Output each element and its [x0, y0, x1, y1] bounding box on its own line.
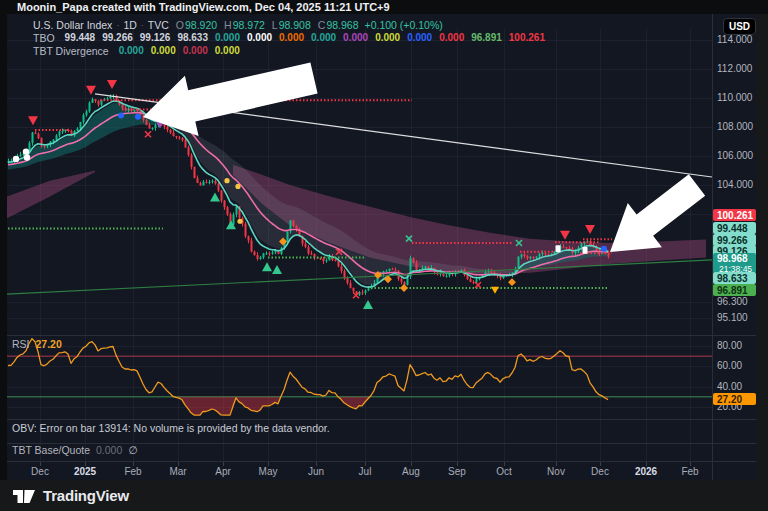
time-tick-label: 2025 — [74, 466, 97, 477]
price-badge-label: 98.633 — [717, 273, 748, 284]
sell-triangle-icon — [107, 80, 117, 89]
yellow-dot-icon — [237, 219, 242, 224]
time-tick-label: Dec — [591, 466, 609, 477]
price-tick-label: 60.00 — [717, 360, 742, 371]
attribution-text: Moonin_Papa created with TradingView.com… — [17, 1, 390, 13]
rsi-value: 27.20 — [36, 338, 62, 350]
tbt-base-quote-row[interactable]: TBT Base/Quote0.000∅ — [12, 444, 137, 456]
sell-triangle-icon — [585, 225, 595, 234]
tbt-divergence-legend-row[interactable]: TBT Divergence 0.0000.0000.0000.000 — [33, 44, 545, 57]
white-dot-icon — [23, 148, 29, 154]
left-strip — [0, 14, 7, 480]
legend-value: 100.261 — [509, 32, 545, 43]
legend-value: 96.891 — [471, 32, 502, 43]
rsi-pane — [7, 339, 712, 416]
legend-value: 0.000 — [215, 45, 240, 56]
buy-triangle-icon — [272, 265, 282, 274]
legend-value: 0.000 — [247, 32, 272, 43]
obv-error-row[interactable]: OBV: Error on bar 13914: No volume is pr… — [12, 422, 330, 434]
white-dot-icon — [24, 154, 30, 160]
tradingview-logo-icon — [12, 485, 36, 505]
tbt-base-quote-value: 0.000 — [96, 444, 122, 456]
blue-dot-icon — [135, 114, 141, 120]
symbol-title: U.S. Dollar Index — [33, 19, 112, 31]
attribution-bar: Moonin_Papa created with TradingView.com… — [0, 0, 768, 14]
price-badge-label: 27.20 — [717, 394, 742, 405]
price-chart-canvas[interactable]: 114.000112.000110.000108.000106.000104.0… — [7, 14, 756, 480]
price-tick-label: 96.300 — [717, 296, 748, 307]
time-tick-label: 2026 — [635, 466, 658, 477]
time-tick-label: Aug — [402, 466, 420, 477]
sell-triangle-icon — [86, 86, 96, 95]
tbt-base-quote-label: TBT Base/Quote — [12, 444, 90, 456]
time-tick-label: Nov — [547, 466, 565, 477]
price-tick-label: 112.000 — [717, 63, 753, 74]
price-badge-label: 99.266 — [717, 235, 748, 246]
price-badge-label: 98.968 — [717, 253, 748, 264]
symbol-legend-row[interactable]: U.S. Dollar Index · 1D · TVC O 98.920 H … — [33, 18, 545, 31]
tbt-base-quote-suffix: ∅ — [128, 444, 137, 456]
chart-area[interactable]: 114.000112.000110.000108.000106.000104.0… — [7, 14, 756, 480]
white-dot-icon — [13, 156, 19, 162]
time-tick-label: Jul — [359, 466, 372, 477]
price-tick-label: 114.000 — [717, 34, 753, 45]
close-label: C — [318, 19, 326, 31]
price-badge-label: 99.448 — [717, 223, 748, 234]
close-value: 98.968 — [326, 19, 358, 31]
legend-value: 99.126 — [140, 32, 171, 43]
buy-triangle-icon — [363, 300, 373, 309]
legend-value: 0.000 — [375, 32, 400, 43]
sell-triangle-icon — [560, 231, 570, 240]
tradingview-chart-snapshot: Moonin_Papa created with TradingView.com… — [0, 0, 768, 511]
orange-diamond-icon — [400, 284, 408, 292]
legend-value: 99.266 — [102, 32, 133, 43]
high-label: H — [224, 19, 232, 31]
symbol-interval: 1D — [123, 19, 136, 31]
high-value: 98.972 — [233, 19, 265, 31]
blue-dot-icon — [601, 246, 607, 252]
currency-button[interactable]: USD — [723, 18, 756, 35]
legend-value: 0.000 — [183, 45, 208, 56]
price-tick-label: 40.00 — [717, 381, 742, 392]
yellow-triangle-icon — [491, 287, 499, 294]
white-arrow-icon — [143, 62, 318, 136]
legend-value: 0.000 — [119, 45, 144, 56]
orange-diamond-icon — [508, 278, 516, 286]
tradingview-logo[interactable]: TradingView — [12, 485, 129, 505]
legend-value: 0.000 — [279, 32, 304, 43]
price-badge-label: 100.261 — [717, 210, 754, 221]
price-axis[interactable]: 114.000112.000110.000108.000106.000104.0… — [713, 34, 756, 412]
price-tick-label: 95.100 — [717, 312, 748, 323]
legend-value: 0.000 — [311, 32, 336, 43]
time-tick-label: Sep — [448, 466, 466, 477]
yellow-dot-icon — [235, 184, 240, 189]
price-tick-label: 80.00 — [717, 340, 742, 351]
price-tick-label: 106.000 — [717, 150, 754, 161]
time-tick-label: Apr — [215, 466, 231, 477]
legend-value: 0.000 — [151, 45, 176, 56]
white-flag-icon — [583, 247, 588, 254]
price-badge-label: 96.891 — [717, 285, 748, 296]
time-axis[interactable]: Dec2025FebMarAprMayJunJulAugSepOctNovDec… — [31, 462, 699, 477]
price-tick-label: 104.000 — [717, 179, 754, 190]
legend-value: 0.000 — [343, 32, 368, 43]
footer-bar: TradingView — [0, 480, 768, 511]
time-tick-label: Oct — [496, 466, 512, 477]
tbo-legend-row[interactable]: TBO 99.44899.26699.12698.6330.0000.0000.… — [33, 31, 545, 44]
rsi-label: RSI — [12, 338, 30, 350]
legend-value: 0.000 — [215, 32, 240, 43]
buy-triangle-icon — [210, 193, 220, 202]
yellow-dot-icon — [224, 178, 229, 183]
time-tick-label: Feb — [681, 466, 699, 477]
blue-dot-icon — [118, 112, 124, 118]
buy-triangle-icon — [262, 262, 272, 271]
change-value: +0.100 (+0.10%) — [365, 19, 443, 31]
white-flag-icon — [556, 245, 561, 252]
time-tick-label: Feb — [124, 466, 142, 477]
price-tick-label: 108.000 — [717, 121, 754, 132]
tbo-label: TBO — [33, 32, 55, 44]
time-tick-label: Mar — [169, 466, 187, 477]
symbol-exchange: TVC — [148, 19, 169, 31]
open-label: O — [176, 19, 184, 31]
rsi-legend-row[interactable]: RSI27.20 — [12, 338, 62, 350]
